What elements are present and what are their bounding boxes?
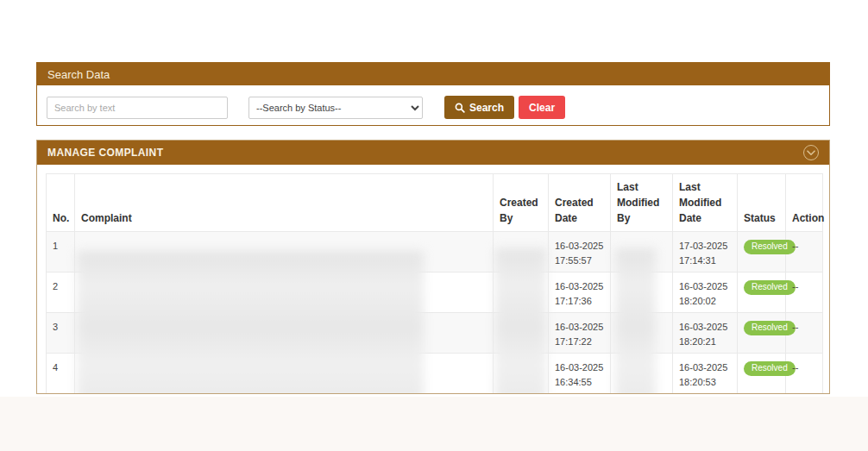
cell-last-modified-date: 16-03-202518:20:21 [673, 313, 738, 354]
cell-last-modified-by [611, 354, 673, 394]
cell-created-date: 16-03-202517:17:22 [549, 313, 611, 354]
cell-complaint [75, 354, 494, 394]
cell-no: 1 [47, 232, 75, 272]
complaint-table-wrapper: No. Complaint Created By Created Date La… [37, 165, 829, 394]
col-header-last-modified-by: Last Modified By [611, 174, 673, 232]
cell-no: 5 [47, 394, 75, 395]
status-badge: Resolved [744, 280, 796, 295]
cell-status: Resolved [738, 354, 786, 394]
cell-no: 3 [47, 313, 75, 354]
search-data-panel: Search Data --Search by Status-- Search … [36, 62, 830, 126]
cell-complaint [75, 394, 494, 395]
complaint-table-head: No. Complaint Created By Created Date La… [47, 174, 823, 232]
table-row: 2 16-03-202517:17:36 16-03-202518:20:02 … [47, 272, 823, 313]
cell-created-by [494, 394, 549, 395]
status-badge: Resolved [744, 321, 796, 335]
status-select[interactable]: --Search by Status-- [248, 97, 423, 119]
table-row: 4 16-03-202516:34:55 16-03-202518:20:53 … [47, 354, 823, 394]
col-header-no: No. [47, 174, 75, 232]
cell-no: 4 [47, 354, 75, 394]
cell-no: 2 [47, 272, 75, 313]
col-header-action: Action [786, 174, 823, 232]
cell-created-by [494, 272, 549, 313]
status-badge: Resolved [744, 361, 796, 376]
header-row: No. Complaint Created By Created Date La… [47, 174, 823, 232]
cell-created-by [494, 313, 549, 354]
search-form: --Search by Status-- Search Clear [37, 85, 829, 129]
search-button-label: Search [469, 102, 504, 114]
cell-last-modified-by [611, 313, 673, 354]
search-text-input[interactable] [47, 97, 228, 119]
col-header-last-modified-date: Last Modified Date [673, 174, 738, 232]
magnifier-icon [455, 103, 465, 113]
manage-complaint-panel: MANAGE COMPLAINT No. Complaint [36, 140, 830, 394]
cell-last-modified-date: 16-03-202516:33:42 [673, 394, 738, 395]
cell-last-modified-date: 16-03-202518:20:53 [673, 354, 738, 394]
cell-status: Resolved [738, 313, 786, 354]
cell-created-date: 16-03-202516:33:42 [549, 394, 611, 395]
col-header-status: Status [738, 174, 786, 232]
cell-status: Resolved [738, 272, 786, 313]
col-header-complaint: Complaint [75, 174, 494, 232]
manage-panel-title: MANAGE COMPLAINT [47, 147, 163, 159]
complaint-management-page: Search Data --Search by Status-- Search … [0, 0, 868, 451]
cell-created-by [494, 232, 549, 272]
complaint-table: No. Complaint Created By Created Date La… [46, 173, 823, 394]
col-header-created-by: Created By [494, 174, 549, 232]
cell-last-modified-by [611, 232, 673, 272]
cell-created-date: 16-03-202517:17:36 [549, 272, 611, 313]
search-panel-header: Search Data [37, 63, 829, 85]
col-header-created-date: Created Date [549, 174, 611, 232]
collapse-panel-button[interactable] [803, 145, 819, 160]
status-badge: Resolved [744, 240, 796, 254]
complaint-table-body: 1 16-03-202517:55:57 17-03-202517:14:31 … [47, 232, 823, 395]
cell-last-modified-date: 17-03-202517:14:31 [673, 232, 738, 272]
cell-status: Pending [738, 394, 786, 395]
cell-status: Resolved [738, 232, 786, 272]
cell-last-modified-by [611, 272, 673, 313]
table-row: 3 16-03-202517:17:22 16-03-202518:20:21 … [47, 313, 823, 354]
search-button[interactable]: Search [444, 96, 514, 119]
table-row: 5 16-03-202516:33:42 16-03-202516:33:42 … [47, 394, 823, 395]
cell-last-modified-by [611, 394, 673, 395]
chevron-down-icon [807, 150, 815, 156]
search-panel-title: Search Data [47, 68, 110, 81]
cell-complaint [75, 313, 494, 354]
cell-complaint [75, 232, 494, 272]
cell-created-date: 16-03-202517:55:57 [549, 232, 611, 272]
clear-button-label: Clear [529, 102, 555, 114]
clear-button[interactable]: Clear [519, 96, 565, 119]
cell-last-modified-date: 16-03-202518:20:02 [673, 272, 738, 313]
manage-panel-header: MANAGE COMPLAINT [37, 141, 829, 165]
cell-created-by [494, 354, 549, 394]
cell-complaint [75, 272, 494, 313]
cell-created-date: 16-03-202516:34:55 [549, 354, 611, 394]
table-row: 1 16-03-202517:55:57 17-03-202517:14:31 … [47, 232, 823, 272]
cell-action [786, 394, 823, 395]
